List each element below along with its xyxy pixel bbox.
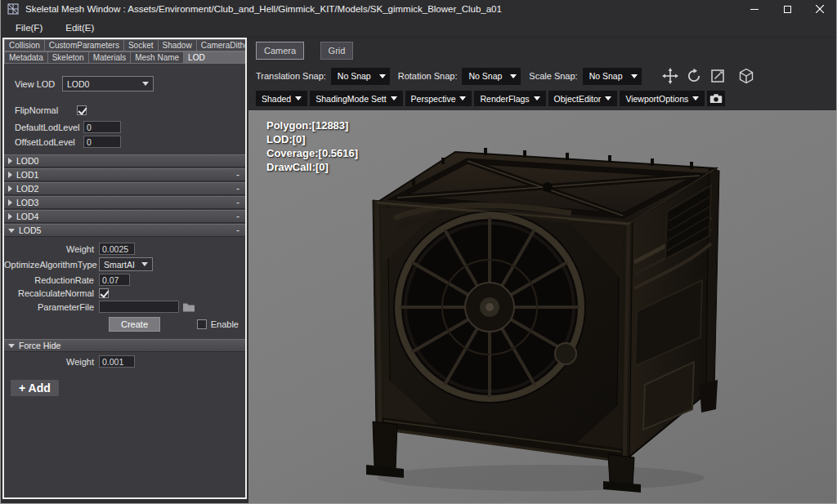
create-row: Create Enable: [4, 317, 245, 332]
reduction-rate-label: ReductionRate: [4, 275, 94, 285]
grid-toggle-button[interactable]: Grid: [320, 42, 354, 60]
object-editor-label: ObjectEditor: [554, 94, 602, 104]
optimize-algorithm-label: OptimizeAlgorithmType: [4, 260, 94, 270]
menu-file[interactable]: File(F): [16, 23, 43, 33]
minimize-button[interactable]: [738, 0, 771, 18]
scale-snap-label: Scale Snap:: [529, 71, 577, 81]
app-icon: [7, 3, 19, 15]
lod5-body: Weight OptimizeAlgorithmType SmartAI Red…: [4, 237, 245, 338]
create-button[interactable]: Create: [109, 317, 160, 332]
toolbar-row-modes: Camera Grid: [256, 42, 831, 60]
enable-group: Enable: [197, 319, 239, 329]
menubar: File(F) Edit(E): [1, 18, 836, 38]
collapse-icon: [8, 185, 12, 192]
viewport-area: Camera Grid Translation Snap: No Snap Ro…: [248, 38, 836, 503]
rotate-tool-button[interactable]: [685, 67, 703, 85]
remove-lod-button[interactable]: -: [236, 184, 239, 194]
rotation-snap-label: Rotation Snap:: [398, 71, 458, 81]
tab-customparameters[interactable]: CustomParameters: [45, 39, 124, 51]
default-lod-input[interactable]: [83, 121, 121, 133]
view-lod-dropdown[interactable]: LOD0: [62, 76, 154, 91]
recalculate-normal-row: RecalculateNormal: [4, 288, 245, 298]
flip-normal-row: FlipNormal: [4, 105, 245, 115]
tab-lod[interactable]: LOD: [184, 51, 245, 64]
tab-cameradither[interactable]: CameraDither: [197, 39, 247, 51]
translation-snap-value: No Snap: [338, 71, 371, 81]
minimize-icon: [750, 9, 759, 10]
panel-tabs-row1: Collision CustomParameters Socket Shadow…: [4, 39, 245, 51]
camera-mode-button[interactable]: Camera: [256, 42, 304, 60]
parameter-file-input[interactable]: [99, 301, 179, 313]
reduction-rate-row: ReductionRate: [4, 274, 245, 286]
shaded-label: Shaded: [262, 94, 291, 104]
move-tool-button[interactable]: [661, 67, 679, 85]
enable-checkbox[interactable]: [197, 319, 207, 329]
reduction-rate-input[interactable]: [99, 274, 130, 286]
remove-lod-button[interactable]: -: [236, 212, 239, 222]
toolbar-row-view: Shaded ShadingMode Sett Perspective Rend…: [256, 91, 831, 106]
rotation-snap-value: No Snap: [468, 71, 502, 81]
stat-drawcall: DrawCall:[0]: [266, 160, 358, 174]
remove-lod-button[interactable]: -: [236, 170, 239, 181]
flip-normal-checkbox[interactable]: [77, 105, 87, 115]
chevron-down-icon: [295, 96, 302, 100]
toolbar-row-snaps: Translation Snap: No Snap Rotation Snap:…: [256, 67, 831, 85]
bounding-box-tool-button[interactable]: [737, 67, 755, 85]
viewport-options-dropdown[interactable]: ViewportOptions: [620, 91, 705, 106]
remove-lod-button[interactable]: -: [236, 225, 239, 236]
shading-mode-dropdown[interactable]: ShadingMode Sett: [310, 91, 402, 106]
perspective-dropdown[interactable]: Perspective: [405, 91, 472, 106]
lod-section-header-lod1[interactable]: LOD1 -: [4, 168, 245, 181]
maximize-icon: [784, 6, 791, 13]
scale-snap-value: No Snap: [589, 71, 623, 81]
lod-section-header-lod2[interactable]: LOD2 -: [4, 182, 245, 195]
window-title: Skeletal Mesh Window : Assets/Environmen…: [25, 4, 738, 14]
move-icon: [662, 68, 678, 84]
parameter-file-row: ParameterFile: [4, 301, 245, 313]
remove-lod-button[interactable]: -: [236, 198, 239, 208]
chevron-down-icon: [631, 74, 638, 78]
tab-skeleton[interactable]: Skeleton: [48, 51, 89, 64]
offset-lod-input[interactable]: [83, 136, 121, 148]
titlebar: Skeletal Mesh Window : Assets/Environmen…: [1, 0, 836, 18]
force-hide-weight-input[interactable]: [99, 355, 135, 368]
render-flags-dropdown[interactable]: RenderFlags: [474, 91, 545, 106]
object-editor-dropdown[interactable]: ObjectEditor: [548, 91, 618, 106]
section-label: LOD0: [16, 156, 38, 166]
tab-metadata[interactable]: Metadata: [4, 51, 48, 64]
chevron-down-icon: [142, 82, 149, 86]
rotate-icon: [686, 68, 702, 84]
section-label: Force Hide: [19, 341, 60, 350]
tab-collision[interactable]: Collision: [4, 39, 45, 51]
tab-materials[interactable]: Materials: [89, 51, 132, 64]
force-hide-weight-row: Weight: [4, 355, 245, 368]
screenshot-button[interactable]: [707, 91, 725, 106]
scale-snap-select[interactable]: No Snap: [583, 68, 642, 85]
rotation-snap-select[interactable]: No Snap: [462, 68, 521, 85]
window-controls: [738, 0, 836, 18]
optimize-algorithm-dropdown[interactable]: SmartAI: [99, 257, 153, 271]
lod-section-header-lod4[interactable]: LOD4 -: [4, 210, 245, 223]
weight-input[interactable]: [99, 243, 135, 255]
close-button[interactable]: [803, 0, 836, 18]
cube-icon: [738, 68, 754, 84]
3d-viewport[interactable]: Polygon:[12883] LOD:[0] Coverage:[0.5616…: [248, 110, 836, 503]
menu-edit[interactable]: Edit(E): [65, 23, 94, 33]
expand-icon: [8, 229, 15, 233]
lod-section-header-lod0[interactable]: LOD0: [4, 154, 245, 167]
lod-section-header-lod5[interactable]: LOD5 -: [4, 224, 245, 237]
maximize-button[interactable]: [771, 0, 803, 18]
tab-mesh-name[interactable]: Mesh Name: [131, 51, 184, 64]
recalculate-normal-checkbox[interactable]: [99, 288, 109, 298]
lod-section-header-lod3[interactable]: LOD3 -: [4, 196, 245, 209]
add-lod-button[interactable]: + Add: [11, 380, 59, 396]
tab-shadow[interactable]: Shadow: [159, 39, 197, 51]
chevron-down-icon: [391, 96, 397, 100]
shaded-dropdown[interactable]: Shaded: [256, 91, 307, 106]
force-hide-section-header[interactable]: Force Hide: [4, 339, 245, 352]
scale-tool-button[interactable]: [709, 67, 727, 85]
browse-file-button[interactable]: [182, 301, 199, 313]
tab-socket[interactable]: Socket: [124, 39, 159, 51]
translation-snap-select[interactable]: No Snap: [331, 68, 390, 85]
mesh-properties-panel: Collision CustomParameters Socket Shadow…: [2, 38, 247, 499]
